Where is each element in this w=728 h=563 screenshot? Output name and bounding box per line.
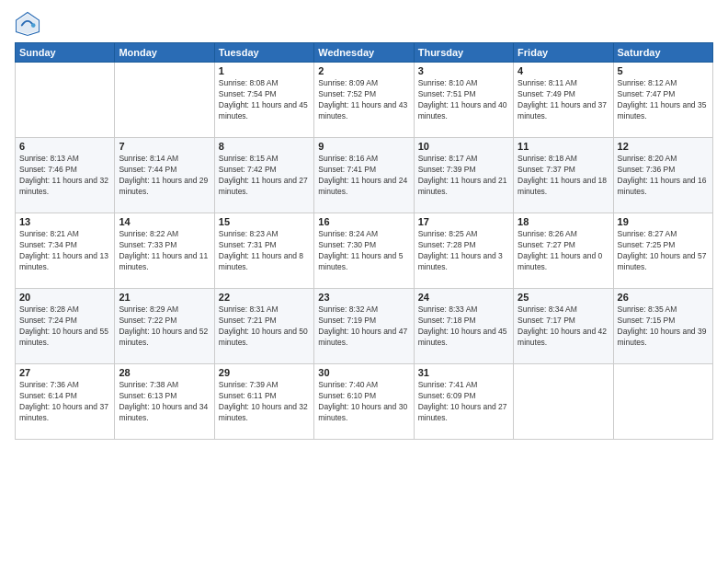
day-number: 27 — [19, 367, 110, 378]
calendar-cell: 10Sunrise: 8:17 AM Sunset: 7:39 PM Dayli… — [414, 138, 513, 213]
day-number: 21 — [119, 292, 210, 303]
day-number: 10 — [418, 141, 509, 152]
day-number: 15 — [219, 216, 310, 227]
weekday-header-sunday: Sunday — [16, 43, 115, 63]
calendar-cell: 9Sunrise: 8:16 AM Sunset: 7:41 PM Daylig… — [314, 138, 414, 213]
calendar-week-3: 20Sunrise: 8:28 AM Sunset: 7:24 PM Dayli… — [16, 289, 713, 364]
day-info: Sunrise: 8:22 AM Sunset: 7:33 PM Dayligh… — [119, 229, 210, 273]
day-info: Sunrise: 8:16 AM Sunset: 7:41 PM Dayligh… — [318, 154, 409, 198]
calendar-cell: 6Sunrise: 8:13 AM Sunset: 7:46 PM Daylig… — [16, 138, 115, 213]
calendar-cell: 2Sunrise: 8:09 AM Sunset: 7:52 PM Daylig… — [314, 63, 414, 138]
calendar-cell: 25Sunrise: 8:34 AM Sunset: 7:17 PM Dayli… — [514, 289, 613, 364]
calendar-cell: 29Sunrise: 7:39 AM Sunset: 6:11 PM Dayli… — [214, 364, 313, 440]
calendar-cell: 13Sunrise: 8:21 AM Sunset: 7:34 PM Dayli… — [16, 213, 115, 289]
calendar-cell: 5Sunrise: 8:12 AM Sunset: 7:47 PM Daylig… — [613, 63, 712, 138]
calendar-cell: 20Sunrise: 8:28 AM Sunset: 7:24 PM Dayli… — [16, 289, 115, 364]
day-info: Sunrise: 8:13 AM Sunset: 7:46 PM Dayligh… — [19, 154, 110, 198]
day-number: 7 — [119, 141, 210, 152]
day-number: 6 — [19, 141, 110, 152]
weekday-header-wednesday: Wednesday — [314, 43, 414, 63]
day-number: 17 — [418, 216, 509, 227]
calendar-cell: 11Sunrise: 8:18 AM Sunset: 7:37 PM Dayli… — [514, 138, 613, 213]
calendar-cell: 18Sunrise: 8:26 AM Sunset: 7:27 PM Dayli… — [514, 213, 613, 289]
day-number: 20 — [19, 292, 110, 303]
day-number: 31 — [418, 367, 509, 378]
day-number: 30 — [318, 367, 409, 378]
day-number: 2 — [318, 65, 409, 76]
calendar-cell: 21Sunrise: 8:29 AM Sunset: 7:22 PM Dayli… — [115, 289, 214, 364]
calendar-cell: 7Sunrise: 8:14 AM Sunset: 7:44 PM Daylig… — [115, 138, 214, 213]
weekday-header-row: SundayMondayTuesdayWednesdayThursdayFrid… — [16, 43, 713, 63]
calendar-cell: 4Sunrise: 8:11 AM Sunset: 7:49 PM Daylig… — [514, 63, 613, 138]
day-number: 24 — [418, 292, 509, 303]
calendar-cell: 31Sunrise: 7:41 AM Sunset: 6:09 PM Dayli… — [414, 364, 513, 440]
day-info: Sunrise: 8:12 AM Sunset: 7:47 PM Dayligh… — [618, 78, 709, 122]
day-info: Sunrise: 8:33 AM Sunset: 7:18 PM Dayligh… — [418, 304, 509, 349]
header — [15, 11, 713, 37]
day-info: Sunrise: 8:28 AM Sunset: 7:24 PM Dayligh… — [19, 304, 110, 349]
calendar-week-0: 1Sunrise: 8:08 AM Sunset: 7:54 PM Daylig… — [16, 63, 713, 138]
day-number: 19 — [618, 216, 709, 227]
calendar-cell — [115, 63, 214, 138]
svg-point-2 — [31, 23, 36, 28]
day-number: 28 — [119, 367, 210, 378]
day-info: Sunrise: 7:36 AM Sunset: 6:14 PM Dayligh… — [19, 380, 110, 424]
calendar-week-2: 13Sunrise: 8:21 AM Sunset: 7:34 PM Dayli… — [16, 213, 713, 289]
day-info: Sunrise: 8:25 AM Sunset: 7:28 PM Dayligh… — [418, 229, 509, 273]
day-number: 29 — [219, 367, 310, 378]
day-info: Sunrise: 8:09 AM Sunset: 7:52 PM Dayligh… — [318, 78, 409, 122]
calendar-cell: 28Sunrise: 7:38 AM Sunset: 6:13 PM Dayli… — [115, 364, 214, 440]
day-info: Sunrise: 8:17 AM Sunset: 7:39 PM Dayligh… — [418, 154, 509, 198]
weekday-header-thursday: Thursday — [414, 43, 513, 63]
calendar-table: SundayMondayTuesdayWednesdayThursdayFrid… — [15, 42, 713, 440]
weekday-header-tuesday: Tuesday — [214, 43, 313, 63]
weekday-header-monday: Monday — [115, 43, 214, 63]
day-info: Sunrise: 8:32 AM Sunset: 7:19 PM Dayligh… — [318, 304, 409, 349]
day-number: 18 — [518, 216, 609, 227]
calendar-week-1: 6Sunrise: 8:13 AM Sunset: 7:46 PM Daylig… — [16, 138, 713, 213]
day-info: Sunrise: 8:31 AM Sunset: 7:21 PM Dayligh… — [219, 304, 310, 349]
day-number: 23 — [318, 292, 409, 303]
calendar-cell: 15Sunrise: 8:23 AM Sunset: 7:31 PM Dayli… — [214, 213, 313, 289]
day-info: Sunrise: 8:08 AM Sunset: 7:54 PM Dayligh… — [219, 78, 310, 122]
logo-icon — [15, 11, 40, 37]
day-info: Sunrise: 8:15 AM Sunset: 7:42 PM Dayligh… — [219, 154, 310, 198]
calendar-cell — [16, 63, 115, 138]
day-number: 1 — [219, 65, 310, 76]
day-info: Sunrise: 8:34 AM Sunset: 7:17 PM Dayligh… — [518, 304, 609, 349]
logo — [15, 11, 44, 37]
weekday-header-friday: Friday — [514, 43, 613, 63]
day-info: Sunrise: 8:21 AM Sunset: 7:34 PM Dayligh… — [19, 229, 110, 273]
day-info: Sunrise: 8:35 AM Sunset: 7:15 PM Dayligh… — [618, 304, 709, 349]
page: SundayMondayTuesdayWednesdayThursdayFrid… — [0, 0, 728, 563]
day-number: 16 — [318, 216, 409, 227]
day-info: Sunrise: 7:38 AM Sunset: 6:13 PM Dayligh… — [119, 380, 210, 424]
calendar-cell: 3Sunrise: 8:10 AM Sunset: 7:51 PM Daylig… — [414, 63, 513, 138]
day-info: Sunrise: 8:26 AM Sunset: 7:27 PM Dayligh… — [518, 229, 609, 273]
day-info: Sunrise: 8:29 AM Sunset: 7:22 PM Dayligh… — [119, 304, 210, 349]
day-info: Sunrise: 8:24 AM Sunset: 7:30 PM Dayligh… — [318, 229, 409, 273]
calendar-cell: 22Sunrise: 8:31 AM Sunset: 7:21 PM Dayli… — [214, 289, 313, 364]
day-info: Sunrise: 7:41 AM Sunset: 6:09 PM Dayligh… — [418, 380, 509, 424]
calendar-cell: 24Sunrise: 8:33 AM Sunset: 7:18 PM Dayli… — [414, 289, 513, 364]
day-number: 8 — [219, 141, 310, 152]
day-number: 3 — [418, 65, 509, 76]
day-number: 14 — [119, 216, 210, 227]
calendar-week-4: 27Sunrise: 7:36 AM Sunset: 6:14 PM Dayli… — [16, 364, 713, 440]
day-info: Sunrise: 8:14 AM Sunset: 7:44 PM Dayligh… — [119, 154, 210, 198]
calendar-cell: 19Sunrise: 8:27 AM Sunset: 7:25 PM Dayli… — [613, 213, 712, 289]
day-number: 13 — [19, 216, 110, 227]
day-number: 5 — [618, 65, 709, 76]
calendar-cell — [514, 364, 613, 440]
day-number: 25 — [518, 292, 609, 303]
day-info: Sunrise: 8:10 AM Sunset: 7:51 PM Dayligh… — [418, 78, 509, 122]
day-number: 4 — [518, 65, 609, 76]
calendar-cell: 16Sunrise: 8:24 AM Sunset: 7:30 PM Dayli… — [314, 213, 414, 289]
day-info: Sunrise: 8:18 AM Sunset: 7:37 PM Dayligh… — [518, 154, 609, 198]
calendar-cell: 17Sunrise: 8:25 AM Sunset: 7:28 PM Dayli… — [414, 213, 513, 289]
day-number: 11 — [518, 141, 609, 152]
calendar-cell: 1Sunrise: 8:08 AM Sunset: 7:54 PM Daylig… — [214, 63, 313, 138]
calendar-cell: 27Sunrise: 7:36 AM Sunset: 6:14 PM Dayli… — [16, 364, 115, 440]
day-info: Sunrise: 8:20 AM Sunset: 7:36 PM Dayligh… — [618, 154, 709, 198]
day-number: 12 — [618, 141, 709, 152]
